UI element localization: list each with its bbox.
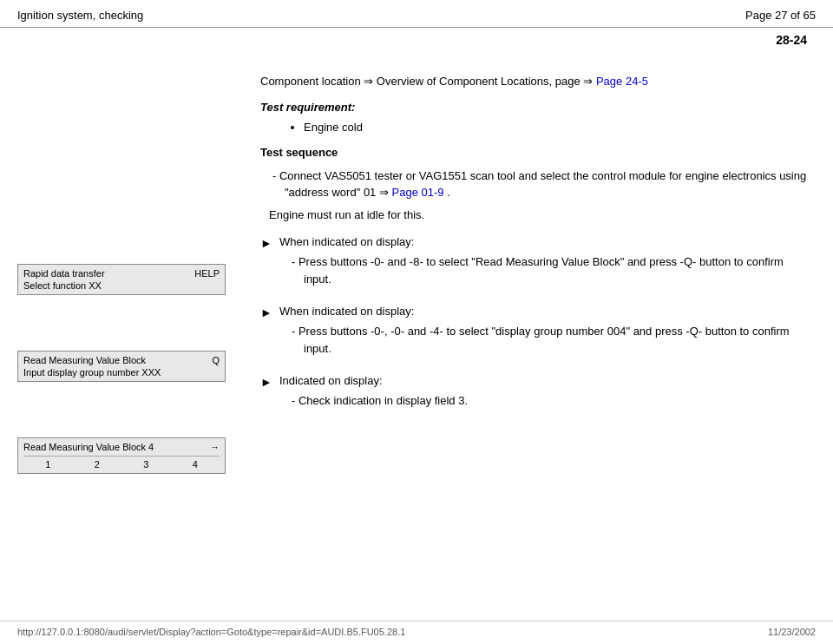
test-sequence-block: Test sequence - Connect VAS5051 tester o… [260, 146, 807, 224]
instruction-section-1: ► When indicated on display: - Press but… [260, 235, 807, 292]
ui-box-3-label-top: Read Measuring Value Block 4 [23, 442, 154, 452]
instruction-content-2: When indicated on display: - Press butto… [279, 305, 807, 362]
ui-box-read-measuring: Read Measuring Value Block Q Input displ… [17, 351, 226, 389]
header-page: Page 27 of 65 [745, 9, 816, 22]
ui-box-2-label-right: Q [212, 355, 220, 365]
ui-box-2-row2: Input display group number XXX [23, 367, 220, 378]
ui-box-1-row2: Select function XX [23, 280, 220, 291]
test-requirement-label: Test requirement: [260, 101, 807, 114]
ui-box-3-row1: Read Measuring Value Block 4 → [23, 442, 220, 452]
arrow-icon-2: ► [260, 306, 279, 319]
ui-box-1-label-left: Rapid data transfer [23, 268, 105, 279]
dash-item-connect: - Connect VAS5051 tester or VAG1551 scan… [272, 168, 807, 201]
ui-box-col-1: 1 [45, 459, 50, 470]
ui-box-2: Read Measuring Value Block Q Input displ… [17, 351, 226, 382]
dash-text-part1: - Connect VAS5051 tester or VAG1551 scan… [272, 169, 806, 200]
instruction-content-3: Indicated on display: - Check indication… [279, 374, 807, 415]
bullet-engine-cold: Engine cold [304, 121, 807, 134]
component-location-block: Component location ⇒ Overview of Compone… [260, 73, 807, 90]
ui-box-rmvb4: Read Measuring Value Block 4 → 1 2 3 4 [17, 437, 226, 481]
arrow-icon-3: ► [260, 375, 279, 389]
instruction-dash-3: - Check indication in display field 3. [292, 392, 807, 410]
component-location-text: Component location ⇒ Overview of Compone… [260, 75, 593, 88]
ui-box-3-arrow: → [210, 442, 220, 452]
left-panel: Rapid data transfer HELP Select function… [0, 64, 243, 486]
test-sequence-label: Test sequence [260, 146, 807, 159]
ui-box-3: Read Measuring Value Block 4 → 1 2 3 4 [17, 437, 226, 474]
test-requirement-block: Test requirement: Engine cold [260, 101, 807, 134]
ui-box-1-label-right: HELP [194, 268, 220, 279]
idle-note: Engine must run at idle for this. [269, 207, 807, 224]
arrow-icon-1: ► [260, 236, 279, 250]
dash-item1-end: . [447, 186, 450, 199]
header-title: Ignition system, checking [17, 9, 143, 22]
ui-box-1-label2: Select function XX [23, 280, 102, 291]
ui-box-col-3: 3 [143, 459, 148, 470]
right-panel: Component location ⇒ Overview of Compone… [243, 64, 833, 486]
instruction-dash-1: - Press buttons -0- and -8- to select "R… [292, 253, 807, 287]
page-footer: http://127.0.0.1:8080/audi/servlet/Displ… [0, 621, 833, 637]
main-content: Rapid data transfer HELP Select function… [0, 56, 833, 486]
instruction-when-3: Indicated on display: [279, 374, 807, 387]
ui-box-1-row1: Rapid data transfer HELP [23, 268, 220, 279]
footer-url: http://127.0.0.1:8080/audi/servlet/Displ… [17, 627, 405, 637]
footer-date: 11/23/2002 [768, 627, 816, 637]
page-header: Ignition system, checking Page 27 of 65 [0, 0, 833, 28]
ui-box-3-cols: 1 2 3 4 [23, 456, 220, 470]
ui-box-col-2: 2 [95, 459, 100, 470]
instruction-content-1: When indicated on display: - Press butto… [279, 235, 807, 292]
section-number: 28-24 [0, 28, 833, 56]
instruction-section-3: ► Indicated on display: - Check indicati… [260, 374, 807, 415]
component-location-link[interactable]: Page 24-5 [596, 75, 648, 88]
ui-box-2-label2: Input display group number XXX [23, 367, 161, 378]
ui-box-1: Rapid data transfer HELP Select function… [17, 264, 226, 295]
ui-box-2-label-left: Read Measuring Value Block [23, 355, 146, 365]
ui-box-2-row1: Read Measuring Value Block Q [23, 355, 220, 365]
dash-item1-link[interactable]: Page 01-9 [392, 186, 444, 199]
ui-box-col-4: 4 [193, 459, 198, 470]
ui-box-rapid-data: Rapid data transfer HELP Select function… [17, 264, 226, 302]
instruction-section-2: ► When indicated on display: - Press but… [260, 305, 807, 362]
instruction-when-1: When indicated on display: [279, 235, 807, 248]
instruction-dash-2: - Press buttons -0-, -0- and -4- to sele… [292, 323, 807, 357]
instruction-when-2: When indicated on display: [279, 305, 807, 318]
